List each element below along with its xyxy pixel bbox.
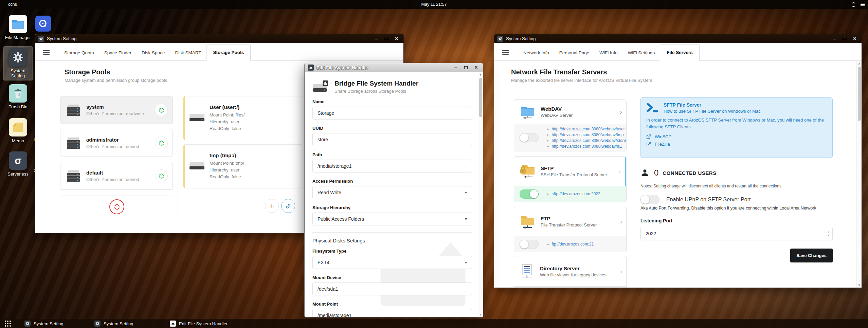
- server-card-webdav-main[interactable]: WebDAV WebDAV Server ›: [514, 100, 626, 124]
- name-input[interactable]: [312, 107, 472, 120]
- path-input[interactable]: [312, 160, 472, 172]
- save-changes-button[interactable]: Save Changes: [790, 249, 833, 262]
- desktop-icon-memo[interactable]: Memo: [3, 118, 33, 144]
- pool-sync-button[interactable]: [155, 136, 168, 149]
- listening-port-label: Listening Port: [640, 218, 833, 223]
- minimize-button[interactable]: –: [374, 36, 379, 41]
- server-name: SFTP: [541, 165, 618, 171]
- pool-sync-button[interactable]: [155, 104, 168, 116]
- divider: [183, 193, 302, 193]
- scrollbar[interactable]: ∧ ∨: [478, 72, 483, 317]
- reload-pools-button[interactable]: [109, 199, 124, 214]
- scroll-up-arrow[interactable]: ∧: [857, 62, 862, 65]
- desktop-icon-serverless[interactable]: σ Serverless: [3, 151, 33, 177]
- close-button[interactable]: ×: [852, 36, 857, 41]
- menu-icon[interactable]: [861, 3, 865, 6]
- pool-name: system: [86, 104, 155, 110]
- hamburger-menu-icon[interactable]: [43, 50, 50, 55]
- app-launcher-icon[interactable]: [5, 321, 11, 327]
- pool-card-administrator[interactable]: administrator Other's Permission: denied: [60, 129, 173, 157]
- webdav-toggle[interactable]: [520, 133, 539, 142]
- window-titlebar[interactable]: System Setting – ×: [35, 34, 403, 43]
- maximize-button[interactable]: [463, 65, 469, 70]
- pool-card-system[interactable]: system Other's Permission: readwrite: [60, 96, 173, 124]
- maximize-button[interactable]: [842, 36, 847, 41]
- access-permission-select[interactable]: Read Write ▾: [312, 186, 472, 199]
- dialog-title: Edit File System Handler: [317, 65, 453, 70]
- taskbar-item-edit-fsh[interactable]: Edit File System Handler: [170, 319, 228, 328]
- webdav-url-link[interactable]: ▸http://dev.arozos.com:8080/webdav/is1: [547, 144, 626, 149]
- tab-storage-pools[interactable]: Storage Pools: [206, 44, 251, 61]
- taskbar-item-system-setting-2[interactable]: System Setting: [94, 319, 133, 328]
- listening-port-input[interactable]: [640, 227, 833, 240]
- mount-point-input[interactable]: [312, 309, 472, 317]
- webdav-url-link[interactable]: ▸http://dev.arozos.com:8080/webdav/tmp: [547, 132, 626, 137]
- uuid-input[interactable]: [312, 133, 472, 146]
- tab-disk-smart[interactable]: Disk SMART: [170, 45, 206, 60]
- directory-server-icon: [520, 264, 535, 279]
- tab-storage-quota[interactable]: Storage Quota: [59, 45, 99, 60]
- info-title: SFTP File Server: [664, 102, 761, 108]
- tab-personal-page[interactable]: Personal Page: [554, 45, 595, 60]
- connected-users-count: 0: [654, 168, 658, 178]
- scroll-up-arrow[interactable]: ∧: [478, 73, 483, 77]
- dialog-titlebar[interactable]: Edit File System Handler – ×: [305, 63, 483, 72]
- window-titlebar[interactable]: System Setting – ×: [494, 34, 862, 43]
- server-card-sftp-main[interactable]: SFTP SSH File Transfer Protocol Server ›: [514, 157, 626, 186]
- server-name: WebDAV: [541, 106, 620, 112]
- webdav-url-link[interactable]: ▸http://dev.arozos.com:8080/webdav/user: [547, 127, 626, 131]
- server-card-directory-footer: [514, 286, 626, 288]
- bridge-fsh-button[interactable]: [281, 199, 295, 213]
- scroll-down-arrow[interactable]: ∨: [857, 283, 862, 287]
- tab-wifi-settings[interactable]: WiFi Settings: [623, 45, 660, 60]
- close-button[interactable]: ×: [473, 65, 479, 70]
- client-link-winscp[interactable]: WinSCP: [646, 134, 827, 139]
- scrollbar-thumb[interactable]: [858, 67, 861, 121]
- pool-sync-button[interactable]: [155, 169, 168, 182]
- page-title: Storage Pools: [65, 68, 167, 76]
- tab-wifi-info[interactable]: WiFi Info: [594, 45, 622, 60]
- pool-card-default[interactable]: default Other's Permission: denied: [60, 162, 173, 190]
- scrollbar[interactable]: ∧ ∨: [856, 61, 862, 288]
- chevron-right-icon: ›: [620, 268, 622, 275]
- webdav-url-link[interactable]: ▸http://dev.arozos.com:8080/webdav/store: [547, 138, 626, 143]
- mount-card-user[interactable]: User (user:/) Mount Point: files/ Hierar…: [183, 96, 303, 140]
- server-card-ftp-main[interactable]: FTP File Transfer Protocol Server ›: [514, 207, 626, 236]
- filesystem-type-select[interactable]: EXT4 ▾: [312, 256, 472, 269]
- page-subtitle: Manage the exported file server interfac…: [511, 78, 652, 83]
- dialog-content: Bridge File System Handler Share Storage…: [305, 72, 483, 317]
- loading-ring-icon: [851, 2, 856, 7]
- mount-card-tmp[interactable]: tmp (tmp:/) Mount Point: tmp/ Hierarchy:…: [183, 144, 303, 188]
- ftp-url-link[interactable]: ▸ftp://dev.arozos.com:21: [547, 242, 594, 247]
- close-button[interactable]: ×: [394, 36, 399, 41]
- server-card-directory-main[interactable]: Directory Server Web file viewer for leg…: [514, 256, 626, 286]
- hamburger-menu-icon[interactable]: [502, 50, 509, 55]
- tab-network-info[interactable]: Network Info: [518, 45, 554, 60]
- add-fsh-button[interactable]: +: [265, 199, 279, 213]
- scrollbar-thumb[interactable]: [479, 78, 482, 117]
- server-card-webdav: WebDAV WebDAV Server › ▸http://dev.arozo…: [514, 99, 627, 151]
- ftp-toggle[interactable]: [520, 240, 539, 249]
- name-label: Name: [312, 99, 472, 104]
- upnp-toggle[interactable]: [640, 195, 659, 204]
- minimize-button[interactable]: –: [453, 65, 458, 70]
- number-stepper[interactable]: ∧∨: [827, 231, 830, 236]
- desktop-icon-trash-bin[interactable]: Trash Bin: [3, 84, 33, 110]
- tab-file-servers[interactable]: File Servers: [660, 44, 700, 61]
- taskbar-item-system-setting-1[interactable]: System Setting: [24, 319, 63, 328]
- desktop-icon-system-setting[interactable]: System Setting: [3, 46, 33, 80]
- tab-disk-space[interactable]: Disk Space: [137, 45, 170, 60]
- desktop: ccns May 11 21:57 File Manager: [0, 0, 868, 328]
- sftp-url-link[interactable]: ▸sftp://dev.arozos.com:2022: [547, 192, 600, 196]
- desktop-icon-file-manager[interactable]: File Manager: [3, 15, 33, 40]
- server-name: FTP: [541, 216, 620, 221]
- storage-hierarchy-select[interactable]: Public Access Folders ▾: [312, 213, 472, 225]
- music-app-icon[interactable]: [35, 16, 51, 32]
- maximize-button[interactable]: [384, 36, 389, 41]
- sftp-toggle[interactable]: [520, 189, 539, 199]
- minimize-button[interactable]: –: [832, 36, 837, 41]
- client-link-filezilla[interactable]: FileZilla: [646, 142, 827, 147]
- tab-space-finder[interactable]: Space Finder: [99, 45, 137, 60]
- mount-device-input[interactable]: [312, 283, 472, 295]
- scroll-down-arrow[interactable]: ∨: [478, 313, 483, 316]
